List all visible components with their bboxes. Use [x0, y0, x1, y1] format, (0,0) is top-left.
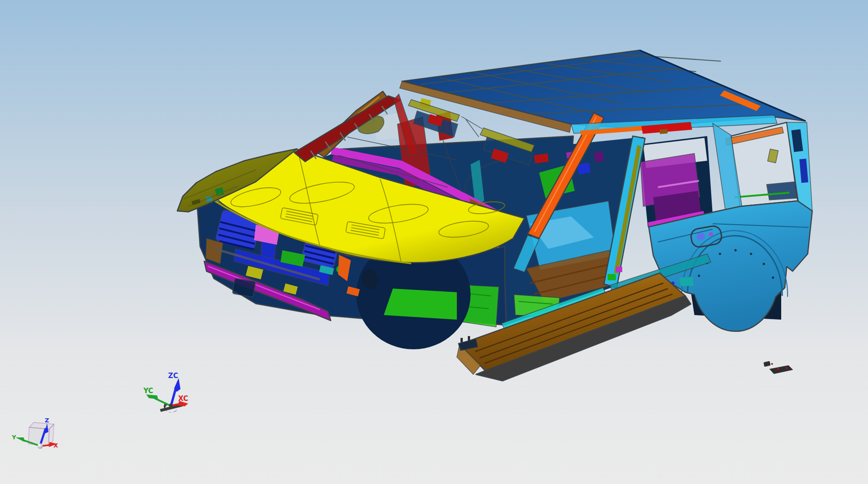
b-pillar-magenta-bit	[616, 267, 622, 272]
wcs-zc-label: ZC	[168, 372, 178, 380]
stud-2	[468, 336, 470, 341]
window-navy-brace	[767, 182, 797, 200]
model-canvas[interactable]: ZC YC XC Z Y X	[0, 0, 868, 484]
acs-y-label: Y	[11, 434, 16, 441]
small-part-red-dot1	[771, 363, 773, 365]
small-part-red-dot3	[786, 367, 788, 369]
acs-z-label: Z	[45, 417, 49, 424]
b-pillar-green-bit	[608, 274, 616, 280]
stud-1	[460, 338, 463, 342]
wcs-xc-label: XC	[178, 395, 188, 403]
rocker-teal-bracket	[679, 277, 693, 286]
quarter-window-area	[713, 122, 812, 211]
wcs-origin[interactable]	[169, 404, 173, 407]
tow-bracket-navy	[232, 278, 255, 297]
acs-origin-sphere[interactable]	[37, 443, 43, 449]
small-part-red-dot2	[777, 368, 779, 370]
cant-rail-brown-bit	[660, 129, 668, 134]
wcs-yc-label: YC	[143, 387, 153, 395]
acs-x-label: X	[53, 442, 58, 449]
cad-3d-viewport[interactable]: ZC YC XC Z Y X	[0, 0, 868, 484]
floor-through-arch	[384, 289, 457, 320]
